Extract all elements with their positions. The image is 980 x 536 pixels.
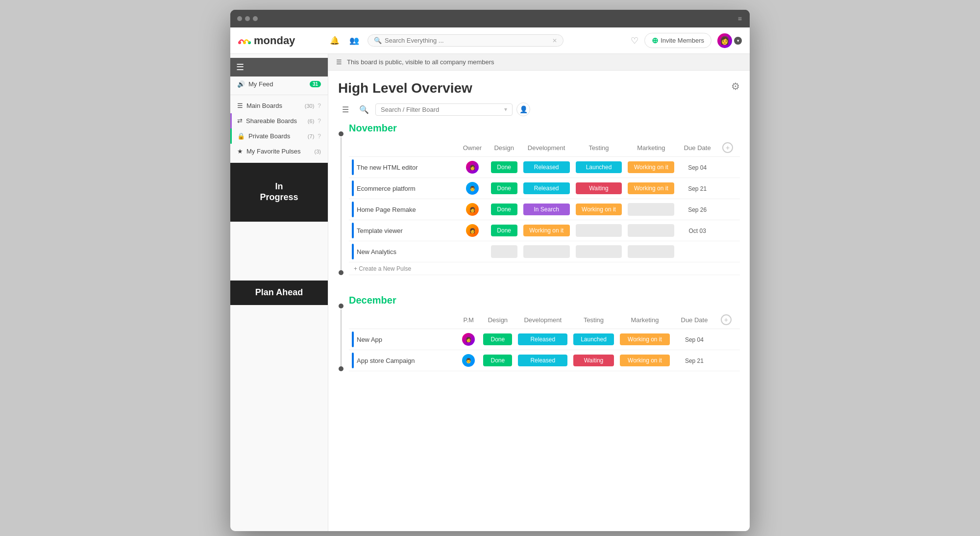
design-status[interactable]: Done (491, 204, 517, 215)
table-row: The new HTML editor 👩 Done Released (349, 157, 740, 178)
december-month-label: December (349, 295, 740, 306)
dev-cell[interactable]: In Search (520, 199, 573, 220)
search-filter-icon[interactable]: 🔍 (357, 102, 371, 117)
add-pulse-button[interactable]: + Create a New Pulse (352, 262, 413, 275)
invite-members-button[interactable]: ⊕ Invite Members (644, 33, 711, 48)
add-pulse-cell[interactable]: + Create a New Pulse (349, 262, 740, 275)
testing-cell[interactable]: Launched (573, 157, 625, 178)
user-avatar[interactable]: 👩 (717, 33, 732, 48)
view-toggle-button[interactable]: ☰ (338, 102, 353, 117)
dev-status[interactable]: Released (518, 355, 567, 366)
testing-status[interactable]: Launched (576, 161, 622, 173)
col-header-add[interactable]: + (717, 139, 740, 157)
dev-cell[interactable]: Released (515, 329, 570, 350)
design-cell[interactable]: Done (488, 199, 520, 220)
browser-dot-3 (253, 16, 258, 21)
item-cell: New Analytics (349, 241, 457, 262)
design-status[interactable]: Done (483, 333, 512, 345)
marketing-status[interactable]: Working on it (620, 333, 670, 345)
app-container: monday 🔔 👥 🔍 ✕ ♡ ⊕ Invite Members (230, 27, 750, 531)
design-cell[interactable]: Done (488, 220, 520, 241)
testing-cell[interactable]: Working on it (573, 199, 625, 220)
private-count: (7) (308, 133, 314, 139)
sidebar-item-shareable-boards[interactable]: ⇄ Shareable Boards (6) ? (230, 113, 328, 128)
main-boards-help-icon[interactable]: ? (318, 102, 321, 109)
owner-cell: 👨 (457, 178, 488, 199)
notification-bell-button[interactable]: 🔔 (327, 33, 342, 48)
testing-cell[interactable]: Launched (570, 329, 616, 350)
row-bar (352, 180, 354, 196)
marketing-cell[interactable]: Working on it (617, 350, 673, 371)
testing-cell[interactable]: Waiting (573, 178, 625, 199)
sidebar-item-private-boards[interactable]: 🔒 Private Boards (7) ? (230, 128, 328, 144)
sidebar-header: ☰ (230, 58, 328, 77)
app-header: monday 🔔 👥 🔍 ✕ ♡ ⊕ Invite Members (230, 27, 750, 54)
avatar-dropdown-arrow[interactable]: ▾ (734, 37, 742, 45)
hamburger-icon[interactable]: ☰ (236, 62, 244, 73)
owner-cell: 👩 (457, 157, 488, 178)
due-date-value: Sep 04 (688, 164, 707, 171)
filter-input[interactable] (381, 106, 504, 113)
add-column-button[interactable]: + (722, 142, 733, 153)
dev-status[interactable]: In Search (523, 204, 570, 215)
item-label: The new HTML editor (357, 164, 418, 171)
board-toolbar: ☰ 🔍 ▾ 👤 (328, 102, 750, 123)
board-title: High Level Overview (338, 80, 472, 96)
testing-status[interactable]: Waiting (573, 355, 613, 366)
marketing-cell[interactable]: Working on it (625, 157, 677, 178)
settings-icon[interactable]: ⚙ (731, 80, 740, 92)
design-status[interactable]: Done (491, 182, 517, 194)
favorites-button[interactable]: ♡ (631, 35, 638, 46)
testing-empty (576, 224, 622, 237)
testing-cell[interactable]: Waiting (570, 350, 616, 371)
dev-status[interactable]: Released (523, 182, 570, 194)
marketing-status[interactable]: Working on it (620, 355, 670, 366)
my-feed-badge: 31 (310, 81, 321, 87)
sidebar-item-favorite-pulses[interactable]: ★ My Favorite Pulses (3) (230, 144, 328, 159)
dev-cell[interactable]: Released (520, 157, 573, 178)
filter-dropdown-arrow[interactable]: ▾ (504, 106, 507, 113)
design-cell[interactable]: Done (480, 329, 515, 350)
dev-status[interactable]: Released (518, 333, 567, 345)
design-status[interactable]: Done (483, 355, 512, 366)
dev-cell[interactable]: Released (520, 178, 573, 199)
testing-status[interactable]: Working on it (576, 204, 622, 215)
add-column-button-dec[interactable]: + (721, 314, 732, 325)
design-status[interactable]: Done (491, 161, 517, 173)
design-cell[interactable]: Done (480, 350, 515, 371)
testing-status[interactable]: Launched (573, 333, 613, 345)
due-date-value: Oct 03 (688, 228, 706, 234)
people-button[interactable]: 👥 (347, 33, 362, 48)
shareable-help-icon[interactable]: ? (318, 118, 321, 125)
design-cell[interactable]: Done (488, 157, 520, 178)
marketing-status[interactable]: Working on it (628, 182, 674, 194)
search-bar[interactable]: 🔍 ✕ (368, 34, 564, 47)
dev-cell[interactable]: Released (515, 350, 570, 371)
dev-status[interactable]: Working on it (523, 225, 570, 236)
design-status[interactable]: Done (491, 225, 517, 236)
item-cell: Home Page Remake (349, 199, 457, 220)
private-icon: 🔒 (237, 132, 245, 140)
testing-status[interactable]: Waiting (576, 182, 622, 194)
dev-status[interactable]: Released (523, 161, 570, 173)
marketing-cell[interactable]: Working on it (617, 329, 673, 350)
person-filter-button[interactable]: 👤 (516, 102, 530, 116)
sidebar-item-my-feed[interactable]: 🔊 My Feed 31 (230, 77, 328, 92)
marketing-status[interactable]: Working on it (628, 161, 674, 173)
december-thead: P.M Design Development Testing Marketing… (349, 311, 740, 329)
private-help-icon[interactable]: ? (318, 133, 321, 140)
board-header: High Level Overview ⚙ (328, 71, 750, 102)
timeline-dot-bottom (339, 270, 343, 275)
item-cell: App store Campaign (349, 350, 457, 371)
item-label: New Analytics (357, 248, 396, 255)
dev-cell[interactable]: Working on it (520, 220, 573, 241)
search-input[interactable] (385, 37, 552, 44)
filter-input-wrapper[interactable]: ▾ (375, 103, 513, 116)
due-date-value: Sep 21 (688, 185, 707, 192)
sidebar-item-main-boards[interactable]: ☰ Main Boards (30) ? (230, 98, 328, 113)
col-header-add-dec[interactable]: + (716, 311, 740, 329)
marketing-cell[interactable]: Working on it (625, 178, 677, 199)
design-cell[interactable]: Done (488, 178, 520, 199)
item-inner: New App (352, 332, 454, 347)
invite-plus-icon: ⊕ (652, 36, 658, 45)
